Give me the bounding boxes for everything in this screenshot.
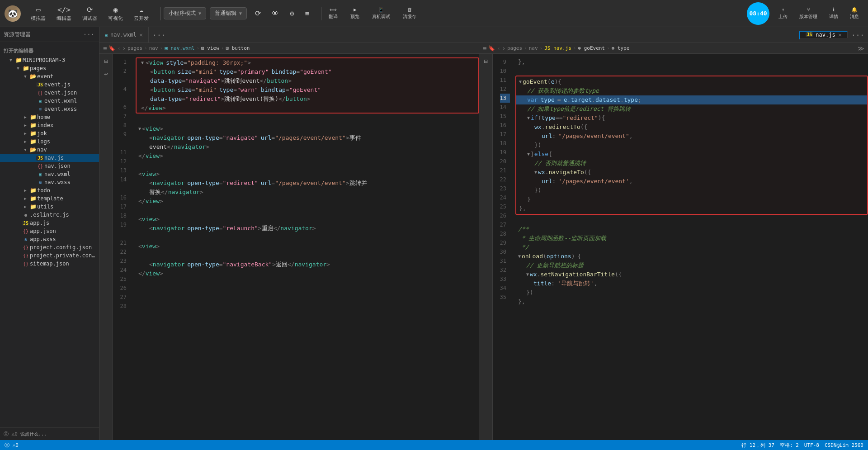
bc-r-nav-js[interactable]: JS nav.js — [544, 45, 571, 51]
tab-nav-wxml[interactable]: ▣ nav.wxml × — [99, 27, 149, 43]
sidebar-item-todo[interactable]: ▶ 📁 todo — [0, 186, 99, 194]
version-mgr-btn[interactable]: ⑂ 版本管理 — [795, 5, 822, 22]
right-tab-more-btn[interactable]: ··· — [848, 31, 868, 39]
sidebar-item-app-js[interactable]: JS app.js — [0, 219, 99, 227]
sidebar-item-utils[interactable]: ▶ 📁 utils — [0, 203, 99, 211]
sidebar-item-event-wxml[interactable]: ▣ event.wxml — [0, 97, 99, 105]
sidebar-item-sitemap[interactable]: {} sitemap.json — [0, 260, 99, 268]
visual-btn[interactable]: ◉ 可视化 — [104, 4, 127, 24]
clouddev-btn[interactable]: ☁ 云开发 — [129, 4, 153, 24]
status-errors[interactable]: ⓪ △0 — [5, 442, 19, 449]
preview-btn[interactable]: ▶ 预览 — [346, 5, 364, 22]
bc-r-nav[interactable]: nav — [529, 45, 538, 51]
left-code-content[interactable]: ▼ <view style="padding: 30rpx;"> <button — [136, 54, 479, 440]
sidebar-item-pages[interactable]: ▼ 📁 pages — [0, 64, 99, 72]
bc-view[interactable]: ⊞ view — [201, 45, 219, 51]
r-collapse-icon[interactable]: ⊟ — [482, 56, 489, 66]
bc-left-btn[interactable]: ≡ — [103, 45, 107, 52]
rln-35: 35 — [500, 293, 510, 302]
bc-r-type[interactable]: ⊛ type — [612, 45, 630, 51]
wrap-icon[interactable]: ↩ — [102, 68, 109, 79]
status-platform[interactable]: CSDN@Lim 2560 — [825, 442, 863, 448]
sidebar-item-app-wxss[interactable]: ≋ app.wxss — [0, 235, 99, 243]
sidebar-item-event-json[interactable]: {} event.json — [0, 89, 99, 97]
bc-right-collapse[interactable]: ≫ — [858, 45, 864, 52]
sidebar-item-eslint[interactable]: ● .eslintrc.js — [0, 211, 99, 219]
open-editors-label: 打开的编辑器 — [4, 48, 33, 54]
sidebar-item-nav-json[interactable]: {} nav.json — [0, 162, 99, 170]
tab-nav-wxml-close[interactable]: × — [139, 32, 143, 38]
bc-nav-wxml[interactable]: ▣ nav.wxml — [165, 45, 194, 51]
upload-btn[interactable]: ↑ 上传 — [774, 5, 792, 22]
sidebar-item-logs[interactable]: ▶ 📁 logs — [0, 137, 99, 146]
home-folder-icon: 📁 — [29, 114, 37, 120]
bc-right-menu[interactable]: ≡ — [483, 45, 486, 52]
bc-back[interactable]: ‹ — [117, 45, 120, 52]
bc-right-forward[interactable]: › — [502, 45, 505, 52]
sidebar-status-text: 说点什么... — [20, 431, 47, 437]
sidebar-item-app-json[interactable]: {} app.json — [0, 227, 99, 235]
sidebar-item-template[interactable]: ▶ 📁 template — [0, 194, 99, 203]
sidebar-item-project-config[interactable]: {} project.config.json — [0, 243, 99, 251]
status-spaces[interactable]: 空格: 2 — [780, 442, 799, 449]
settings-btn[interactable]: ⚙ — [285, 7, 299, 19]
bc-forward[interactable]: › — [123, 45, 126, 52]
sidebar-item-project[interactable]: ▼ 📁 MINIPROGRAM-3 — [0, 56, 99, 64]
code-line-10: event</navigator> — [136, 142, 479, 152]
sidebar-item-project-private[interactable]: {} project.private.config.json — [0, 251, 99, 260]
translate-btn[interactable]: ⟺ 翻译 — [324, 5, 342, 22]
rln-22: 22 — [500, 175, 510, 184]
bc-button[interactable]: ⊞ button — [226, 45, 250, 51]
sidebar-menu-btn[interactable]: ··· — [82, 30, 95, 39]
tab-nav-js-close[interactable]: × — [838, 32, 842, 38]
bc-bookmark[interactable]: 🔖 — [108, 45, 115, 52]
detail-btn[interactable]: ℹ 详情 — [825, 5, 843, 22]
normal-editor-dropdown[interactable]: 普通编辑 ▼ — [210, 7, 247, 19]
real-machine-btn[interactable]: 📱 真机调试 — [368, 5, 395, 22]
sidebar-item-nav-wxml[interactable]: ▣ nav.wxml — [0, 170, 99, 178]
miniprogram-mode-dropdown[interactable]: 小程序模式 ▼ — [164, 7, 206, 19]
r-code-line-31: // 更新导航栏的标题 — [515, 261, 868, 270]
right-code-content[interactable]: }, ▼ goEvent(e){ — [515, 54, 868, 440]
refresh-btn[interactable]: ⟳ — [250, 7, 265, 19]
tab-nav-js[interactable]: JS nav.js × — [800, 31, 848, 38]
bc-right-back[interactable]: ‹ — [497, 45, 500, 52]
avatar[interactable]: 🐼 — [5, 5, 21, 22]
left-code-editor[interactable]: 1 2 4 6 7 8 9 11 12 13 — [113, 54, 479, 440]
eye-btn[interactable]: 👁 — [267, 7, 283, 19]
status-encoding[interactable]: UTF-8 — [804, 442, 819, 448]
sidebar-item-nav-js[interactable]: JS nav.js — [0, 154, 99, 162]
bc-sep1: › — [144, 45, 147, 51]
sidebar-item-event[interactable]: ▼ 📂 event — [0, 72, 99, 81]
bc-r-goEvent[interactable]: ⊛ goEvent — [578, 45, 605, 51]
bc-pages[interactable]: pages — [127, 45, 142, 51]
layers-btn[interactable]: ≡ — [301, 7, 314, 19]
editor-btn[interactable]: </> 编辑器 — [52, 4, 76, 24]
collapse-all-icon[interactable]: ⊟ — [102, 56, 109, 66]
bc-right-bookmark[interactable]: 🔖 — [488, 45, 495, 52]
sidebar-item-home[interactable]: ▶ 📁 home — [0, 113, 99, 121]
event-wxml-label: event.wxml — [44, 98, 99, 104]
bc-r-pages[interactable]: pages — [507, 45, 522, 51]
bc-nav[interactable]: nav — [149, 45, 158, 51]
sidebar-item-nav-wxss[interactable]: ≋ nav.wxss — [0, 178, 99, 186]
sidebar-item-index[interactable]: ▶ 📁 index — [0, 121, 99, 129]
tab-more-btn[interactable]: ··· — [149, 31, 169, 39]
preview-label: 预览 — [350, 14, 359, 20]
ln-19: 19 — [120, 220, 130, 229]
fold-1[interactable]: ▼ — [141, 58, 144, 67]
eslint-label: .eslintrc.js — [30, 212, 99, 218]
sidebar-item-event-js[interactable]: JS event.js — [0, 81, 99, 89]
sidebar-item-nav[interactable]: ▼ 📂 nav — [0, 146, 99, 154]
rln-25: 25 — [500, 202, 510, 211]
simulator-btn[interactable]: ▭ 模拟器 — [26, 4, 50, 24]
status-line-col[interactable]: 行 12，列 37 — [741, 442, 774, 449]
clear-save-btn[interactable]: 🗑 清缓存 — [398, 5, 421, 22]
sidebar-item-event-wxss[interactable]: ≋ event.wxss — [0, 105, 99, 113]
debugger-btn[interactable]: ⟳ 调试器 — [78, 4, 102, 24]
notification-btn[interactable]: 🔔 消息 — [845, 5, 863, 22]
sidebar-item-jok[interactable]: ▶ 📁 jok — [0, 129, 99, 137]
right-code-editor[interactable]: 9 10 11 12 13 14 15 16 17 18 19 20 — [493, 54, 868, 440]
code-line-6: </view> — [136, 104, 479, 114]
sidebar-title: 资源管理器 — [4, 31, 31, 38]
